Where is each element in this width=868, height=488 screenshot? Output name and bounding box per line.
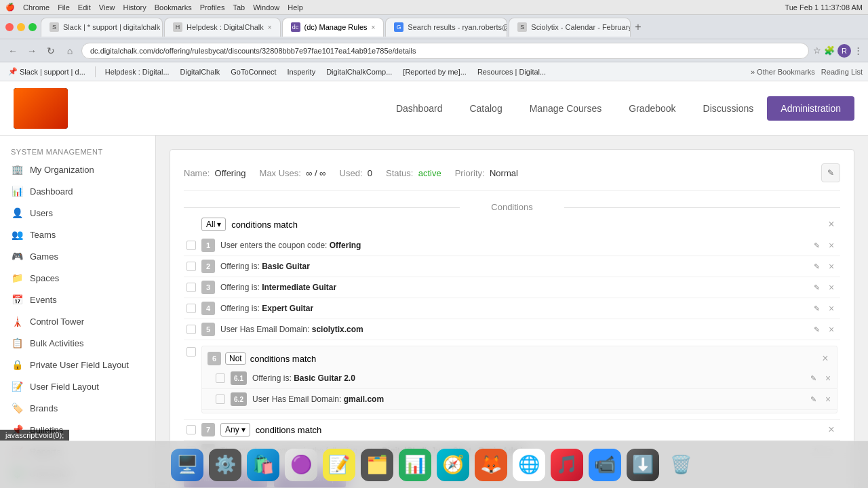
sidebar-item-spaces[interactable]: 📁 Spaces: [0, 267, 155, 289]
condition-7-checkbox[interactable]: [186, 425, 196, 434]
bookmark-slack[interactable]: 📌 Slack | support | d...: [5, 66, 88, 77]
forward-button[interactable]: →: [24, 43, 39, 58]
bookmark-star-icon[interactable]: ☆: [813, 45, 821, 56]
condition-1-edit-btn[interactable]: ✎: [810, 239, 823, 251]
condition-6-2-edit-btn[interactable]: ✎: [807, 393, 819, 405]
dock-firefox[interactable]: 🦊: [475, 449, 507, 481]
bookmark-reported[interactable]: [Reported by me]...: [400, 66, 469, 77]
sidebar-item-users[interactable]: 👤 Users: [0, 202, 155, 224]
dock-calculator[interactable]: 🗂️: [361, 449, 393, 481]
mac-menu[interactable]: 🍎 Chrome File Edit View History Bookmark…: [5, 3, 303, 12]
tab-menu[interactable]: Tab: [233, 3, 245, 12]
tab-search[interactable]: G Search results - ryan.roberts@... ×: [385, 18, 507, 37]
tab-helpdesk[interactable]: H Helpdesk : DigitalChalk ×: [164, 18, 281, 37]
bookmarks-more-button[interactable]: » Other Bookmarks Reading List: [751, 68, 863, 76]
condition-7-any-dropdown[interactable]: Any ▾: [220, 423, 250, 436]
sidebar-item-events[interactable]: 📅 Events: [0, 289, 155, 310]
maximize-window-btn[interactable]: [28, 23, 37, 31]
dock-launchpad[interactable]: 🟣: [285, 449, 317, 481]
bookmark-digitalchalkcomp[interactable]: DigitalChalkComp...: [323, 66, 395, 77]
condition-6-1-edit-btn[interactable]: ✎: [807, 372, 819, 384]
history-menu[interactable]: History: [123, 3, 146, 12]
group-6-qualifier-dropdown[interactable]: Not: [225, 352, 246, 365]
chrome-menu[interactable]: Chrome: [23, 3, 50, 12]
condition-2-edit-btn[interactable]: ✎: [810, 260, 823, 272]
condition-1-delete-btn[interactable]: ×: [825, 239, 837, 251]
back-button[interactable]: ←: [5, 43, 20, 58]
condition-2-delete-btn[interactable]: ×: [825, 260, 837, 272]
bookmark-resources[interactable]: Resources | Digital...: [475, 66, 549, 77]
dock-notes[interactable]: 📝: [323, 449, 355, 481]
condition-5-delete-btn[interactable]: ×: [825, 323, 837, 336]
conditions-close-button[interactable]: ×: [825, 218, 837, 230]
home-button[interactable]: ⌂: [62, 43, 77, 58]
profiles-menu[interactable]: Profiles: [200, 3, 225, 12]
nav-discussions[interactable]: Discussions: [690, 96, 768, 121]
bookmark-gottoconnect[interactable]: GoToConnect: [228, 66, 279, 77]
tab-slack[interactable]: S Slack | * support | digitalchalk ×: [41, 18, 163, 37]
condition-6-1-delete-btn[interactable]: ×: [822, 372, 834, 384]
condition-1-checkbox[interactable]: [186, 241, 196, 250]
tab-sciolytix[interactable]: S Sciolytix - Calendar - February... ×: [509, 18, 631, 37]
dock-safari[interactable]: 🧭: [437, 449, 469, 481]
dock-numbers[interactable]: 📊: [399, 449, 431, 481]
condition-4-delete-btn[interactable]: ×: [825, 302, 837, 314]
bookmark-insperity[interactable]: Insperity: [285, 66, 319, 77]
condition-5-checkbox[interactable]: [186, 325, 196, 334]
dock-music[interactable]: 🎵: [551, 449, 583, 481]
tab-manage-rules[interactable]: dc (dc) Manage Rules ×: [282, 18, 384, 37]
apple-menu[interactable]: 🍎: [5, 3, 15, 12]
close-window-btn[interactable]: [5, 23, 14, 31]
condition-6-1-checkbox[interactable]: [216, 373, 225, 383]
dock-trash[interactable]: 🗑️: [665, 449, 697, 481]
condition-4-checkbox[interactable]: [186, 304, 196, 313]
bookmarks-menu[interactable]: Bookmarks: [155, 3, 192, 12]
condition-5-edit-btn[interactable]: ✎: [810, 323, 823, 336]
condition-2-checkbox[interactable]: [186, 262, 196, 271]
sidebar-item-dashboard[interactable]: 📊 Dashboard: [0, 180, 155, 202]
condition-3-edit-btn[interactable]: ✎: [810, 281, 823, 293]
dock-system-prefs[interactable]: ⚙️: [209, 449, 241, 481]
sidebar-item-control-tower[interactable]: 🗼 Control Tower: [0, 310, 155, 332]
sidebar-item-games[interactable]: 🎮 Games: [0, 245, 155, 267]
minimize-window-btn[interactable]: [17, 23, 25, 31]
group-6-close-btn[interactable]: ×: [819, 352, 831, 365]
manage-tab-close[interactable]: ×: [372, 24, 376, 31]
condition-7-delete-btn[interactable]: ×: [825, 424, 837, 436]
nav-manage-courses[interactable]: Manage Courses: [516, 96, 616, 121]
dock-zoom[interactable]: 📹: [589, 449, 621, 481]
extension-icon[interactable]: 🧩: [824, 45, 835, 56]
bookmark-helpdesk[interactable]: Helpdesk : Digital...: [102, 66, 172, 77]
menu-icon[interactable]: ⋮: [854, 45, 863, 56]
nav-gradebook[interactable]: Gradebook: [615, 96, 689, 121]
sidebar-item-private-field-layout[interactable]: 🔒 Private User Field Layout: [0, 354, 155, 375]
condition-3-delete-btn[interactable]: ×: [825, 281, 837, 293]
window-controls[interactable]: [5, 23, 37, 31]
view-menu[interactable]: View: [99, 3, 115, 12]
all-conditions-dropdown[interactable]: All ▾: [201, 218, 226, 231]
condition-3-checkbox[interactable]: [186, 283, 196, 292]
profile-icon[interactable]: R: [837, 44, 851, 58]
window-menu[interactable]: Window: [253, 3, 279, 12]
new-tab-button[interactable]: +: [635, 21, 641, 33]
rule-edit-button[interactable]: ✎: [821, 163, 840, 182]
sidebar-item-brands[interactable]: 🏷️ Brands: [0, 397, 155, 419]
help-menu[interactable]: Help: [288, 3, 303, 12]
sidebar-item-teams[interactable]: 👥 Teams: [0, 224, 155, 245]
url-input[interactable]: dc.digitalchalk.com/dc/offering/rulesbyc…: [81, 43, 809, 59]
helpdesk-tab-close[interactable]: ×: [268, 24, 272, 31]
dock-finder[interactable]: 🖥️: [171, 449, 203, 481]
nav-administration[interactable]: Administration: [767, 96, 854, 121]
reload-button[interactable]: ↻: [43, 43, 58, 58]
sidebar-item-bulk-activities[interactable]: 📋 Bulk Activities: [0, 332, 155, 354]
condition-6-2-checkbox[interactable]: [216, 394, 225, 404]
sidebar-item-user-field-layout[interactable]: 📝 User Field Layout: [0, 375, 155, 397]
sidebar-item-my-org[interactable]: 🏢 My Organization: [0, 159, 155, 180]
file-menu[interactable]: File: [58, 3, 70, 12]
nav-catalog[interactable]: Catalog: [456, 96, 515, 121]
dock-chrome[interactable]: 🌐: [513, 449, 545, 481]
nav-dashboard[interactable]: Dashboard: [382, 96, 456, 121]
edit-menu[interactable]: Edit: [78, 3, 91, 12]
condition-4-edit-btn[interactable]: ✎: [810, 302, 823, 314]
condition-6-checkbox[interactable]: [186, 347, 196, 357]
